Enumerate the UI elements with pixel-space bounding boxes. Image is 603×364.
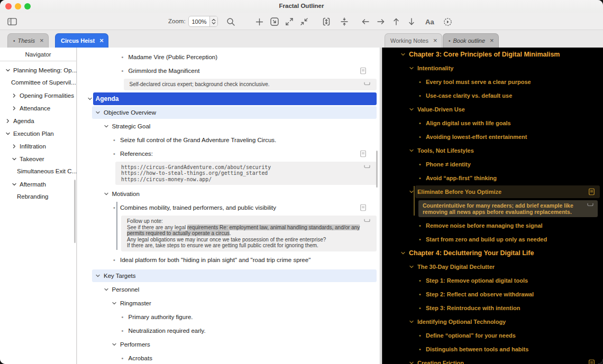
navigator-item[interactable]: Aftermath bbox=[0, 178, 76, 191]
outline-row[interactable]: •Distinguish between tools and habits bbox=[382, 342, 603, 356]
outline-item-text[interactable]: Ideal platform for both "hiding in plain… bbox=[120, 257, 310, 263]
stepper-control-icon[interactable] bbox=[209, 16, 217, 26]
chevron-down-icon[interactable] bbox=[12, 156, 17, 162]
add-icon[interactable] bbox=[254, 17, 264, 26]
outline-row[interactable]: Creating Friction bbox=[382, 356, 603, 364]
inline-note[interactable]: Self-declared circus expert; background … bbox=[124, 79, 377, 90]
note-document-icon[interactable] bbox=[360, 204, 366, 211]
bullet-icon[interactable]: • bbox=[113, 151, 115, 157]
outline-item-text[interactable]: Personnel bbox=[112, 286, 140, 293]
bullet-icon[interactable]: • bbox=[122, 314, 124, 320]
navigator-item[interactable]: Agenda bbox=[0, 115, 76, 127]
inline-note[interactable]: https://circus-GrandAdventure.com/about/… bbox=[115, 162, 377, 185]
arrow-left-icon[interactable] bbox=[361, 17, 370, 26]
chevron-down-icon[interactable] bbox=[409, 264, 414, 269]
outline-row[interactable]: The 30-Day Digital Declutter bbox=[382, 260, 603, 274]
navigator-item[interactable]: Execution Plan bbox=[0, 127, 76, 140]
outline-item-text[interactable]: Phone ≠ identity bbox=[426, 161, 471, 167]
outline-item-text[interactable]: Avoiding lowest-effort entertainment bbox=[426, 134, 527, 140]
outline-row[interactable]: Key Targets bbox=[77, 269, 380, 283]
outline-row[interactable]: Eliminate Before You Optimize bbox=[382, 185, 603, 199]
selected-text[interactable]: permits required to actually operate a c… bbox=[127, 230, 230, 236]
note-document-icon[interactable] bbox=[589, 189, 595, 195]
settings-icon[interactable] bbox=[443, 17, 452, 26]
outline-item-text[interactable]: Madame Vire (Public Perception) bbox=[129, 54, 218, 60]
outline-row[interactable]: Tools, Not Lifestyles bbox=[382, 144, 603, 157]
note-text[interactable]: Follow up note: bbox=[127, 218, 163, 224]
outline-item-text[interactable]: Step 3: Reintroduce with intention bbox=[426, 305, 520, 311]
chevron-down-icon[interactable] bbox=[104, 124, 109, 129]
chevron-down-icon[interactable] bbox=[95, 273, 100, 278]
outline-item-text[interactable]: Grimmlord the Magnificent bbox=[129, 68, 200, 74]
outline-item-text[interactable]: Ringmaster bbox=[120, 300, 151, 306]
bullet-icon[interactable]: • bbox=[419, 277, 421, 284]
bullet-icon[interactable]: • bbox=[419, 79, 421, 85]
sidebar-toggle-icon[interactable] bbox=[7, 17, 17, 26]
note-text[interactable]: If there are, take steps to ensure we ar… bbox=[127, 242, 318, 248]
outline-row[interactable]: •Use-case clarity vs. default use bbox=[382, 89, 603, 102]
chevron-down-icon[interactable] bbox=[104, 191, 109, 197]
note-text[interactable]: . bbox=[230, 230, 231, 236]
note-document-icon[interactable] bbox=[360, 68, 366, 74]
tab-circus-heist[interactable]: Circus Heist× bbox=[55, 33, 108, 48]
tab-thesis[interactable]: •Thesis× bbox=[7, 33, 49, 48]
outline-item-text[interactable]: Every tool must serve a clear purpose bbox=[426, 79, 531, 85]
collapse-note-icon[interactable] bbox=[364, 165, 370, 169]
outline-item-text[interactable]: Distinguish between tools and habits bbox=[426, 346, 528, 352]
note-document-icon[interactable] bbox=[589, 360, 595, 364]
inline-note[interactable]: Counterintuitive for many readers; add b… bbox=[418, 200, 598, 217]
navigator-item[interactable]: Attendance bbox=[0, 102, 76, 115]
bullet-icon[interactable]: • bbox=[419, 291, 421, 297]
collapse-note-icon[interactable] bbox=[587, 203, 593, 207]
bullet-icon[interactable]: • bbox=[419, 332, 421, 339]
bullet-icon[interactable]: • bbox=[113, 257, 115, 263]
outline-row[interactable]: Personnel bbox=[77, 283, 380, 296]
outline-item-text[interactable]: Align digital use with life goals bbox=[426, 120, 511, 126]
expand-vertical-icon[interactable] bbox=[322, 17, 331, 26]
outline-row[interactable]: •Start from zero and build up only as ne… bbox=[382, 232, 603, 246]
navigator-item[interactable]: Takeover bbox=[0, 153, 76, 165]
chevron-right-icon[interactable] bbox=[12, 144, 17, 149]
chevron-down-icon[interactable] bbox=[112, 342, 117, 347]
note-text[interactable]: Any legal obligations we may incur once … bbox=[127, 237, 326, 242]
bullet-icon[interactable]: • bbox=[113, 137, 115, 143]
outline-row[interactable]: Strategic Goal bbox=[77, 119, 380, 133]
outline-item-text[interactable]: Motivation bbox=[112, 191, 140, 197]
outline-item-text[interactable]: Step 2: Reflect and observe withdrawal bbox=[426, 291, 534, 297]
zoom-stepper[interactable]: 100% bbox=[188, 16, 218, 27]
search-icon[interactable] bbox=[226, 17, 235, 26]
bullet-icon[interactable]: • bbox=[419, 346, 421, 352]
close-tab-icon[interactable]: × bbox=[40, 38, 44, 43]
chevron-down-icon[interactable] bbox=[409, 148, 414, 153]
outline-item-text[interactable]: Agenda bbox=[96, 95, 119, 102]
collapse-vertical-icon[interactable] bbox=[340, 17, 349, 26]
outline-item-text[interactable]: Remove noise before managing the signal bbox=[426, 222, 543, 229]
chevron-down-icon[interactable] bbox=[409, 66, 414, 71]
outline-item-text[interactable]: Chapter 4: Decluttering Your Digital Lif… bbox=[409, 249, 534, 257]
outline-row[interactable]: Agenda bbox=[77, 92, 380, 106]
outline-item-text[interactable]: Tools, Not Lifestyles bbox=[417, 147, 474, 154]
text-format-icon[interactable]: Aa bbox=[425, 17, 434, 26]
outline-item-text[interactable]: Start from zero and build up only as nee… bbox=[426, 236, 547, 242]
chevron-right-icon[interactable] bbox=[12, 93, 17, 98]
outline-row[interactable]: •References: bbox=[77, 147, 380, 161]
bullet-icon[interactable]: • bbox=[419, 120, 421, 126]
note-text[interactable]: https://circus-money-now.app/ bbox=[121, 176, 212, 182]
arrow-down-icon[interactable] bbox=[407, 17, 416, 26]
chevron-down-icon[interactable] bbox=[409, 107, 414, 112]
note-text[interactable]: Counterintuitive for many readers; add b… bbox=[423, 202, 573, 215]
close-tab-icon[interactable]: × bbox=[99, 38, 104, 43]
outline-row[interactable]: •Combines mobility, trained performers, … bbox=[77, 201, 380, 214]
arrow-right-icon[interactable] bbox=[376, 17, 386, 26]
arrow-up-icon[interactable] bbox=[391, 17, 401, 26]
chevron-down-icon[interactable] bbox=[5, 131, 11, 136]
outline-item-text[interactable]: Key Targets bbox=[104, 273, 136, 279]
selected-text[interactable]: requirements Re: employment law, animal … bbox=[187, 225, 360, 230]
close-tab-icon[interactable]: × bbox=[433, 38, 437, 43]
navigator-item[interactable]: Simultaneous Exit C... bbox=[0, 165, 76, 176]
outline-row[interactable]: •Every tool must serve a clear purpose bbox=[382, 75, 603, 89]
bullet-icon[interactable]: • bbox=[419, 222, 421, 229]
bullet-icon[interactable]: • bbox=[419, 92, 421, 99]
outline-item-text[interactable]: Step 1: Remove optional digital tools bbox=[426, 277, 528, 284]
outline-row[interactable]: •Avoid “app-first” thinking bbox=[382, 171, 603, 185]
